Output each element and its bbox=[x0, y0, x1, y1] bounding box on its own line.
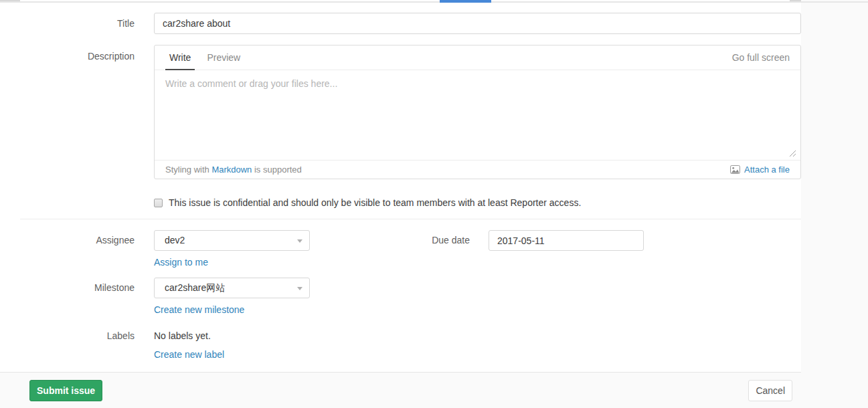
markdown-editor-footer: Styling with Markdown is supported Attac… bbox=[155, 160, 800, 179]
labels-row: Labels No labels yet. Create new label bbox=[20, 330, 801, 360]
milestone-label: Milestone bbox=[20, 278, 154, 298]
styling-prefix-text: Styling with bbox=[165, 165, 209, 175]
markdown-editor-body bbox=[155, 70, 800, 160]
create-milestone-link[interactable]: Create new milestone bbox=[154, 304, 244, 315]
confidential-checkbox[interactable] bbox=[154, 199, 163, 207]
assignee-duedate-row: Assignee dev2 Assign to me Due date bbox=[20, 230, 801, 268]
attach-image-icon bbox=[730, 165, 740, 174]
assignee-dropdown[interactable]: dev2 bbox=[154, 230, 310, 251]
tab-bar-remnant bbox=[0, 0, 868, 3]
create-label-link[interactable]: Create new label bbox=[154, 349, 224, 360]
go-fullscreen-link[interactable]: Go full screen bbox=[732, 45, 790, 70]
assign-to-me-link[interactable]: Assign to me bbox=[154, 257, 208, 268]
labels-empty-text: No labels yet. bbox=[154, 330, 224, 342]
description-textarea[interactable] bbox=[155, 70, 800, 160]
due-date-label: Due date bbox=[310, 230, 489, 251]
tab-bar-border-right-segment bbox=[790, 0, 801, 1]
due-date-input[interactable] bbox=[489, 230, 644, 251]
active-tab-indicator bbox=[440, 0, 491, 3]
styling-suffix-text: is supported bbox=[254, 165, 302, 175]
labels-label: Labels bbox=[20, 330, 154, 342]
assignee-label: Assignee bbox=[20, 230, 154, 251]
tab-bar-border bbox=[0, 1, 868, 3]
labels-column: No labels yet. Create new label bbox=[154, 330, 224, 360]
tab-preview[interactable]: Preview bbox=[203, 45, 244, 70]
resize-handle-icon[interactable] bbox=[789, 150, 796, 157]
chevron-down-icon bbox=[297, 239, 302, 243]
assignee-value: dev2 bbox=[165, 235, 185, 245]
tab-write[interactable]: Write bbox=[165, 45, 195, 70]
assignee-column: dev2 Assign to me bbox=[154, 230, 310, 268]
section-divider bbox=[20, 219, 801, 219]
description-row: Description Write Preview Go full screen… bbox=[20, 45, 801, 179]
description-label: Description bbox=[20, 45, 154, 62]
title-row: Title bbox=[20, 13, 801, 34]
markdown-editor-header: Write Preview Go full screen bbox=[155, 45, 800, 70]
tab-bar-border-left-segment bbox=[0, 0, 20, 1]
new-issue-form: Title Description Write Preview Go full … bbox=[20, 0, 801, 360]
confidential-row: This issue is confidential and should on… bbox=[20, 197, 801, 208]
chevron-down-icon bbox=[297, 287, 302, 290]
confidential-option[interactable]: This issue is confidential and should on… bbox=[154, 197, 581, 208]
attach-file-link[interactable]: Attach a file bbox=[730, 165, 790, 175]
milestone-column: car2share网站 Create new milestone bbox=[154, 278, 310, 315]
milestone-dropdown[interactable]: car2share网站 bbox=[154, 278, 310, 298]
submit-issue-button[interactable]: Submit issue bbox=[29, 380, 102, 401]
milestone-value: car2share网站 bbox=[165, 282, 225, 293]
markdown-link[interactable]: Markdown bbox=[211, 165, 252, 175]
title-label: Title bbox=[20, 13, 154, 34]
form-actions-bar: Submit issue Cancel bbox=[0, 372, 801, 408]
page-right-gutter bbox=[801, 0, 868, 408]
markdown-editor-panel: Write Preview Go full screen Styling wit… bbox=[154, 45, 801, 179]
milestone-row: Milestone car2share网站 Create new milesto… bbox=[20, 278, 801, 315]
cancel-button[interactable]: Cancel bbox=[748, 380, 792, 401]
title-input[interactable] bbox=[154, 13, 801, 34]
confidential-text: This issue is confidential and should on… bbox=[169, 197, 581, 208]
attach-file-label: Attach a file bbox=[744, 165, 790, 175]
